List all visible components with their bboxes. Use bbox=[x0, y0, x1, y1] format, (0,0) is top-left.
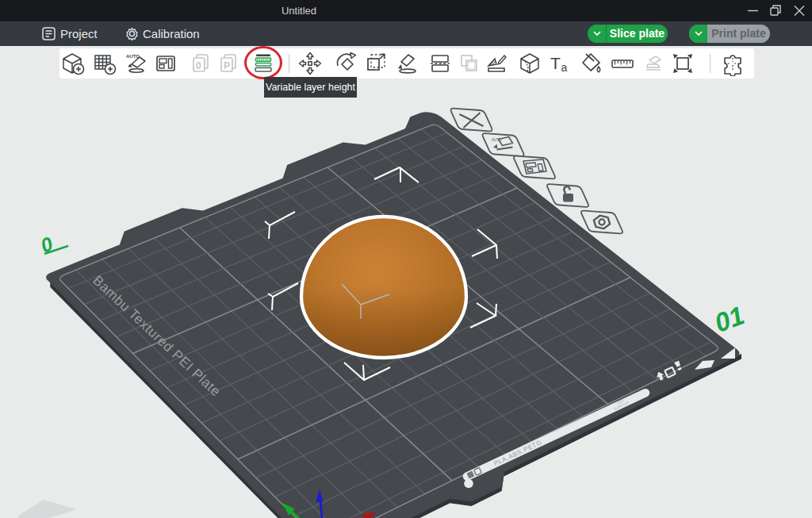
svg-text:P: P bbox=[224, 60, 230, 71]
svg-text:AUTO: AUTO bbox=[492, 138, 502, 142]
svg-text:T: T bbox=[550, 54, 561, 72]
svg-text:0: 0 bbox=[196, 60, 201, 71]
svg-text:a: a bbox=[561, 61, 568, 74]
